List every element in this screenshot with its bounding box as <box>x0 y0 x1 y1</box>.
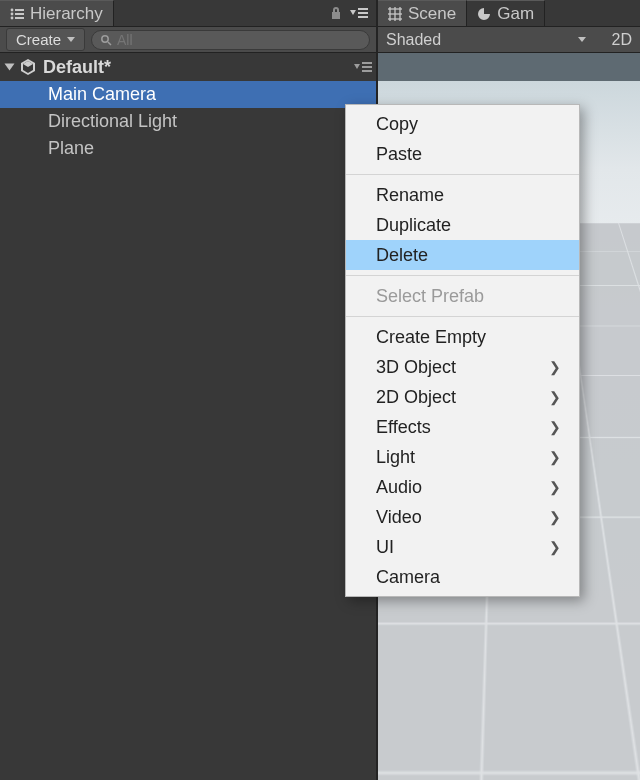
context-menu: CopyPasteRenameDuplicateDeleteSelect Pre… <box>345 104 580 597</box>
search-icon <box>100 34 112 46</box>
hierarchy-search[interactable] <box>91 30 370 50</box>
menu-item-label: Rename <box>376 185 444 206</box>
svg-marker-15 <box>354 64 360 69</box>
svg-rect-5 <box>15 17 24 19</box>
search-input[interactable] <box>117 32 361 48</box>
shading-mode-dropdown[interactable]: Shaded <box>386 31 441 49</box>
chevron-down-icon <box>67 37 75 42</box>
menu-separator <box>346 275 579 276</box>
list-icon <box>10 8 24 20</box>
svg-point-2 <box>11 12 14 15</box>
menu-item-rename[interactable]: Rename <box>346 180 579 210</box>
scene-tab-label: Scene <box>408 4 456 24</box>
menu-separator <box>346 316 579 317</box>
menu-item-effects[interactable]: Effects❯ <box>346 412 579 442</box>
svg-rect-1 <box>15 9 24 11</box>
menu-item-label: 2D Object <box>376 387 456 408</box>
svg-rect-7 <box>358 8 368 10</box>
viewport-toolbar: Shaded 2D <box>378 27 640 53</box>
menu-item-camera[interactable]: Camera <box>346 562 579 592</box>
menu-item-video[interactable]: Video❯ <box>346 502 579 532</box>
menu-item-label: Create Empty <box>376 327 486 348</box>
menu-item-copy[interactable]: Copy <box>346 109 579 139</box>
menu-item-label: Video <box>376 507 422 528</box>
hierarchy-tab-row: Hierarchy <box>0 0 376 27</box>
create-button-label: Create <box>16 31 61 48</box>
chevron-right-icon: ❯ <box>549 419 561 435</box>
sky-band <box>378 53 640 81</box>
menu-item-paste[interactable]: Paste <box>346 139 579 169</box>
2d-toggle[interactable]: 2D <box>612 31 632 49</box>
game-tab[interactable]: Gam <box>467 0 545 26</box>
foldout-icon[interactable] <box>5 64 15 71</box>
svg-rect-16 <box>362 62 372 64</box>
menu-item-label: Copy <box>376 114 418 135</box>
menu-item-2d-object[interactable]: 2D Object❯ <box>346 382 579 412</box>
menu-item-label: Light <box>376 447 415 468</box>
menu-item-label: Effects <box>376 417 431 438</box>
menu-item-delete[interactable]: Delete <box>346 240 579 270</box>
chevron-right-icon: ❯ <box>549 389 561 405</box>
tree-item[interactable]: Directional Light <box>0 108 376 135</box>
svg-point-4 <box>11 16 14 19</box>
svg-rect-18 <box>362 70 372 72</box>
tree-item[interactable]: Plane <box>0 135 376 162</box>
svg-rect-3 <box>15 13 24 15</box>
menu-item-3d-object[interactable]: 3D Object❯ <box>346 352 579 382</box>
panel-menu-icon[interactable] <box>350 7 368 19</box>
svg-point-10 <box>102 35 108 41</box>
scene-menu-icon[interactable] <box>354 61 372 73</box>
scene-name: Default* <box>43 57 111 78</box>
menu-separator <box>346 174 579 175</box>
hierarchy-tree: Main CameraDirectional LightPlane <box>0 81 376 780</box>
scene-tab[interactable]: Scene <box>378 0 467 26</box>
scene-grid-icon <box>388 7 402 21</box>
menu-item-audio[interactable]: Audio❯ <box>346 472 579 502</box>
chevron-right-icon: ❯ <box>549 359 561 375</box>
menu-item-label: Delete <box>376 245 428 266</box>
svg-line-11 <box>108 42 111 45</box>
tree-item[interactable]: Main Camera <box>0 81 376 108</box>
viewport-tab-row: Scene Gam <box>378 0 640 27</box>
game-tab-label: Gam <box>497 4 534 24</box>
hierarchy-tab[interactable]: Hierarchy <box>0 0 114 26</box>
hierarchy-panel: Hierarchy Create <box>0 0 378 780</box>
svg-rect-17 <box>362 66 372 68</box>
svg-rect-8 <box>358 12 368 14</box>
menu-item-label: 3D Object <box>376 357 456 378</box>
scene-row[interactable]: Default* <box>0 53 376 81</box>
menu-item-light[interactable]: Light❯ <box>346 442 579 472</box>
chevron-down-icon <box>578 37 586 42</box>
lock-icon[interactable] <box>330 6 342 20</box>
menu-item-label: Duplicate <box>376 215 451 236</box>
menu-item-label: Audio <box>376 477 422 498</box>
menu-item-duplicate[interactable]: Duplicate <box>346 210 579 240</box>
menu-item-label: UI <box>376 537 394 558</box>
create-button[interactable]: Create <box>6 28 85 51</box>
svg-point-0 <box>11 8 14 11</box>
svg-marker-6 <box>350 10 356 15</box>
tree-item-label: Plane <box>48 138 94 159</box>
svg-rect-9 <box>358 16 368 18</box>
hierarchy-tab-label: Hierarchy <box>30 4 103 24</box>
menu-item-select-prefab: Select Prefab <box>346 281 579 311</box>
hierarchy-toolbar: Create <box>0 27 376 53</box>
chevron-right-icon: ❯ <box>549 479 561 495</box>
tree-item-label: Main Camera <box>48 84 156 105</box>
chevron-right-icon: ❯ <box>549 509 561 525</box>
menu-item-ui[interactable]: UI❯ <box>346 532 579 562</box>
chevron-right-icon: ❯ <box>549 539 561 555</box>
menu-item-label: Camera <box>376 567 440 588</box>
menu-item-label: Select Prefab <box>376 286 484 307</box>
menu-item-label: Paste <box>376 144 422 165</box>
pacman-icon <box>477 7 491 21</box>
chevron-right-icon: ❯ <box>549 449 561 465</box>
menu-item-create-empty[interactable]: Create Empty <box>346 322 579 352</box>
unity-logo-icon <box>19 58 37 76</box>
tree-item-label: Directional Light <box>48 111 177 132</box>
